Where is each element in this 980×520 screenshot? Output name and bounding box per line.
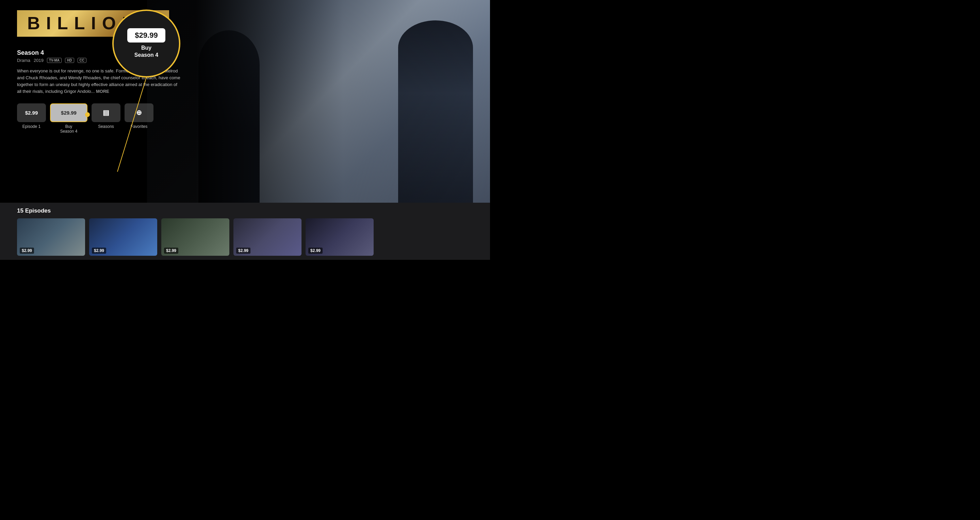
episode1-price: $2.99 xyxy=(25,110,38,116)
tooltip-popup: $29.99 Buy Season 4 xyxy=(112,10,180,78)
episodes-row: $2.99$2.99$2.99$2.99$2.99 xyxy=(17,218,473,256)
episodes-heading: 15 Episodes xyxy=(17,208,473,214)
episode-price: $2.99 xyxy=(20,247,34,254)
episode-thumb[interactable]: $2.99 xyxy=(161,218,229,256)
episode-price: $2.99 xyxy=(92,247,106,254)
tooltip-price: $29.99 xyxy=(127,28,165,43)
favorites-icon: ⊕ xyxy=(136,108,142,117)
seasons-btn-box[interactable]: ▤ xyxy=(92,103,121,122)
episode1-button[interactable]: $2.99 Episode 1 xyxy=(17,103,46,129)
seasons-label: Seasons xyxy=(98,124,114,129)
cc-badge: CC xyxy=(78,58,86,63)
episode-price: $2.99 xyxy=(236,247,250,254)
episode-thumb[interactable]: $2.99 xyxy=(234,218,301,256)
favorites-label: Favorites xyxy=(130,124,147,129)
genre: Drama xyxy=(17,58,30,63)
episode-price: $2.99 xyxy=(164,247,178,254)
favorites-btn-box[interactable]: ⊕ xyxy=(124,103,153,122)
episode1-btn-box[interactable]: $2.99 xyxy=(17,103,46,122)
episode1-label: Episode 1 xyxy=(22,124,40,129)
buy-season-btn-box[interactable]: $29.99 xyxy=(50,103,88,122)
episode-thumb[interactable]: $2.99 xyxy=(89,218,157,256)
more-link[interactable]: MORE xyxy=(96,89,109,94)
seasons-button[interactable]: ▤ Seasons xyxy=(92,103,121,129)
episodes-section: 15 Episodes $2.99$2.99$2.99$2.99$2.99 xyxy=(0,203,490,260)
year: 2019 xyxy=(34,58,43,63)
episode-price: $2.99 xyxy=(308,247,323,254)
buy-season-button[interactable]: $29.99 Buy Season 4 xyxy=(50,103,88,134)
connector-dot xyxy=(85,112,90,117)
seasons-icon: ▤ xyxy=(103,108,109,117)
buy-season-price: $29.99 xyxy=(61,110,76,116)
quality-badge: HD xyxy=(65,58,74,63)
episode-thumb[interactable]: $2.99 xyxy=(17,218,85,256)
episode-thumb[interactable]: $2.99 xyxy=(305,218,374,256)
favorites-button[interactable]: ⊕ Favorites xyxy=(124,103,153,129)
rating-badge: TV-MA xyxy=(47,58,62,63)
tooltip-label: Buy Season 4 xyxy=(134,44,158,59)
action-buttons: $2.99 Episode 1 $29.99 Buy Season 4 ▤ Se… xyxy=(17,103,253,134)
buy-season-label: Buy Season 4 xyxy=(60,124,78,134)
